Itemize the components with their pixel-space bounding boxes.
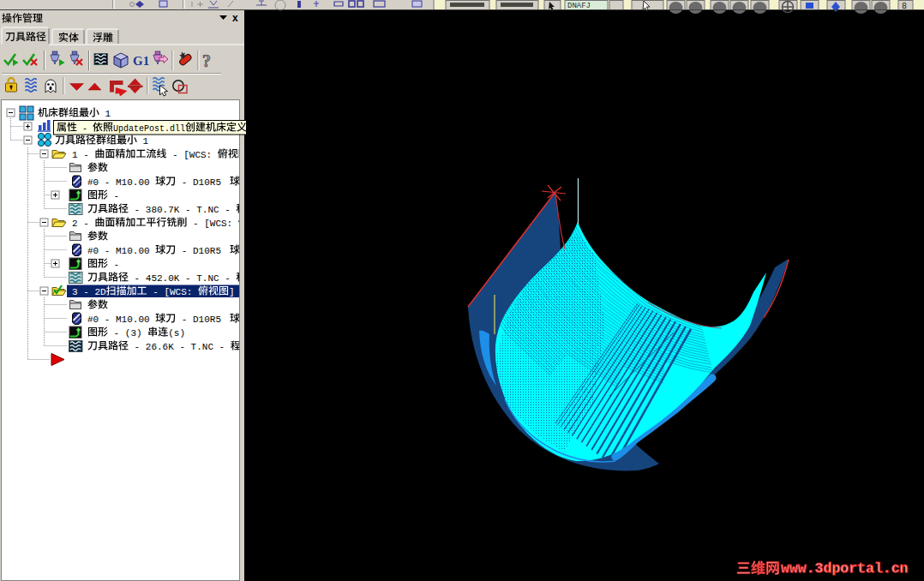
svg-text:- (3): - (3) [108,328,147,338]
svg-text:#0 - M10.00: #0 - M10.00 [87,246,155,256]
svg-text:?: ? [202,51,211,70]
svg-text:- [WCS:: - [WCS: [166,150,217,160]
svg-text:DNAFJ: DNAFJ [567,2,591,10]
svg-text:-: - [108,191,119,201]
svg-text:1: 1 [137,136,149,147]
svg-text:-: - [77,124,93,134]
svg-text:x: x [232,12,238,24]
svg-text:- D10R5: - D10R5 [176,314,221,325]
svg-text:#0 - M10.00: #0 - M10.00 [87,177,155,188]
svg-text:- 452.0K - T.NC -: - 452.0K - T.NC - [129,273,236,284]
svg-text:-: - [108,260,119,270]
svg-text:- [WCS:: - [WCS: [147,287,198,297]
svg-text:#0 - M10.00: #0 - M10.00 [87,314,155,325]
svg-text:(s): (s) [168,328,185,338]
svg-text:UpdatePost.dll: UpdatePost.dll [113,124,185,134]
svg-text:2 -: 2 - [72,219,94,229]
svg-text:1 -: 1 - [72,150,94,160]
svg-text:G1: G1 [133,54,149,68]
svg-text:3 - 2D: 3 - 2D [72,287,106,297]
svg-text:- D10R5: - D10R5 [176,177,221,188]
svg-text:- [WCS:: - [WCS: [187,219,237,229]
svg-text:- 26.6K - T.NC -: - 26.6K - T.NC - [129,342,231,352]
svg-text:- D10R5: - D10R5 [176,246,221,256]
svg-text:www.3dportal.cn: www.3dportal.cn [781,560,909,577]
svg-text:- 380.7K - T.NC -: - 380.7K - T.NC - [129,205,236,215]
svg-text:1: 1 [99,109,111,119]
